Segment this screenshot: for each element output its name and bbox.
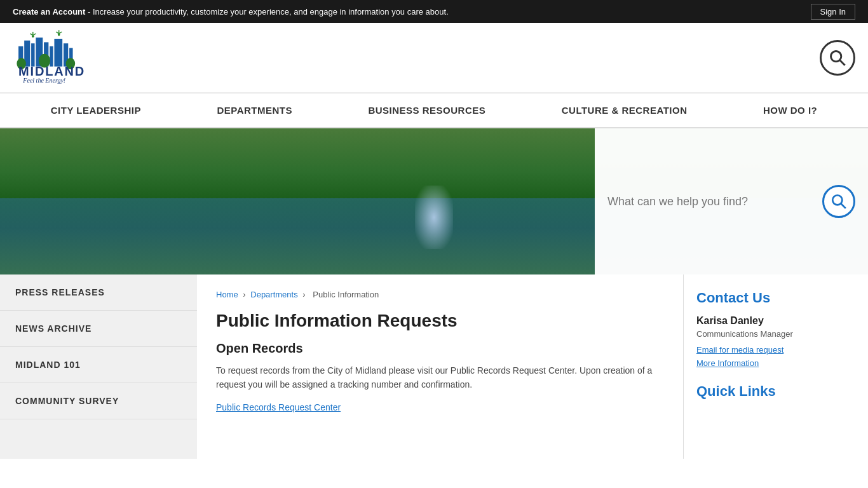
create-account-text: Create an Account - Increase your produc… [13, 7, 449, 17]
breadcrumb: Home › Departments › Public Information [216, 290, 664, 299]
nav-item-culture[interactable]: CULTURE & RECREATION [549, 93, 700, 127]
hero-search-button[interactable] [822, 185, 855, 218]
svg-rect-2 [31, 43, 34, 66]
email-media-request-link[interactable]: Email for media request [696, 345, 855, 355]
create-account-bold: Create an Account [13, 7, 85, 17]
nav-link-how[interactable]: HOW DO I? [750, 93, 830, 127]
breadcrumb-sep-2: › [302, 290, 308, 299]
main-nav: CITY LEADERSHIP DEPARTMENTS BUSINESS RES… [0, 93, 868, 128]
breadcrumb-departments[interactable]: Departments [250, 290, 297, 299]
svg-line-23 [840, 60, 845, 65]
svg-point-22 [831, 51, 841, 61]
breadcrumb-sep-1: › [243, 290, 248, 299]
body-text-open-records: To request records from the City of Midl… [216, 363, 664, 392]
more-information-link[interactable]: More Information [696, 358, 855, 368]
top-banner: Create an Account - Increase your produc… [0, 0, 868, 23]
nav-link-departments[interactable]: DEPARTMENTS [204, 93, 305, 127]
svg-text:MIDLAND: MIDLAND [18, 64, 85, 78]
page-title: Public Information Requests [216, 311, 664, 331]
nav-link-culture[interactable]: CULTURE & RECREATION [549, 93, 700, 127]
sidebar-item-midland-101[interactable]: MIDLAND 101 [0, 347, 197, 383]
public-records-link[interactable]: Public Records Request Center [216, 402, 341, 412]
hero-search-overlay [595, 128, 868, 274]
breadcrumb-current: Public Information [313, 290, 379, 299]
svg-line-25 [841, 203, 846, 208]
nav-item-business[interactable]: BUSINESS RESOURCES [355, 93, 498, 127]
contact-role: Communications Manager [696, 329, 855, 339]
nav-item-city-leadership[interactable]: CITY LEADERSHIP [38, 93, 154, 127]
nav-link-city-leadership[interactable]: CITY LEADERSHIP [38, 93, 154, 127]
nav-item-departments[interactable]: DEPARTMENTS [204, 93, 305, 127]
breadcrumb-home[interactable]: Home [216, 290, 238, 299]
hero-search-input[interactable] [607, 189, 822, 215]
left-sidebar: PRESS RELEASES NEWS ARCHIVE MIDLAND 101 … [0, 274, 197, 459]
header: MIDLAND Feel the Energy! [0, 23, 868, 93]
svg-point-9 [32, 35, 34, 37]
create-account-desc: - Increase your productivity, customize … [88, 7, 449, 17]
sidebar-item-press-releases[interactable]: PRESS RELEASES [0, 274, 197, 311]
midland-logo: MIDLAND Feel the Energy! [13, 29, 140, 86]
hero-banner [0, 128, 868, 274]
nav-item-how[interactable]: HOW DO I? [750, 93, 830, 127]
content-wrapper: PRESS RELEASES NEWS ARCHIVE MIDLAND 101 … [0, 274, 868, 459]
section-title-open-records: Open Records [216, 341, 664, 356]
right-sidebar: Contact Us Karisa Danley Communications … [684, 274, 868, 459]
svg-rect-6 [54, 39, 62, 67]
contact-name: Karisa Danley [696, 315, 855, 327]
sign-in-button[interactable]: Sign In [811, 4, 855, 20]
contact-us-title: Contact Us [696, 290, 855, 306]
sidebar-item-news-archive[interactable]: NEWS ARCHIVE [0, 311, 197, 347]
svg-point-24 [832, 195, 842, 205]
hero-search-form [607, 185, 855, 218]
quick-links-title: Quick Links [696, 383, 855, 400]
main-content-area: Home › Departments › Public Information … [197, 274, 684, 459]
svg-point-13 [58, 33, 60, 36]
nav-link-business[interactable]: BUSINESS RESOURCES [355, 93, 498, 127]
header-search-button[interactable] [820, 40, 855, 76]
logo-area: MIDLAND Feel the Energy! [13, 29, 140, 86]
svg-text:Feel the Energy!: Feel the Energy! [22, 77, 65, 84]
svg-rect-5 [50, 46, 53, 66]
sidebar-item-community-survey[interactable]: COMMUNITY SURVEY [0, 383, 197, 419]
